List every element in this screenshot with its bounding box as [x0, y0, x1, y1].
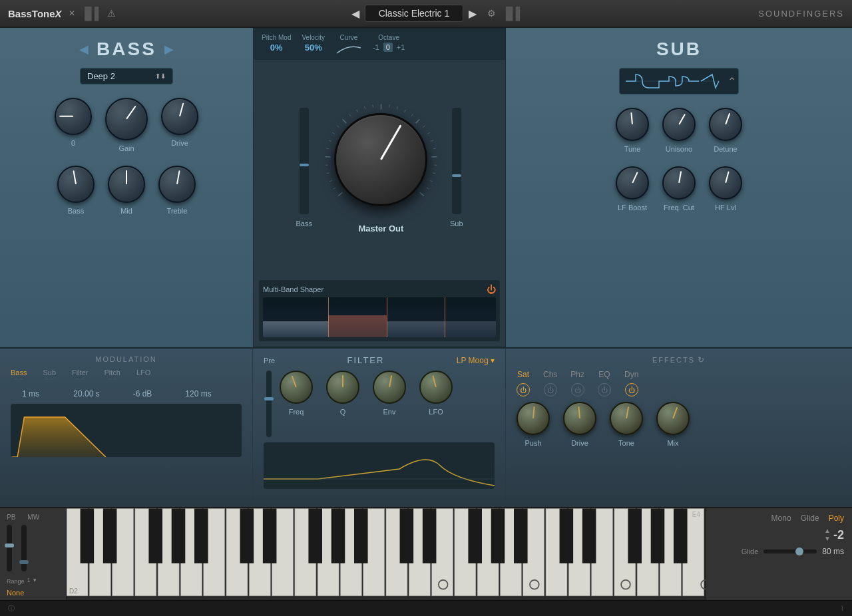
knob-group-detune: Detune [709, 108, 742, 153]
piano-key-black[interactable] [81, 508, 95, 563]
bass-prev-button[interactable]: ◀ [79, 42, 89, 57]
effect-chs-power[interactable]: ⏻ [544, 383, 557, 396]
piano-key-black[interactable] [468, 508, 482, 563]
knob-bass[interactable] [57, 166, 95, 203]
piano-key-black[interactable] [491, 508, 505, 563]
knob-push-label: Push [525, 439, 541, 447]
effect-sat-power[interactable]: ⏻ [517, 383, 530, 396]
knob-drive-fx[interactable] [563, 402, 596, 435]
mono-button[interactable]: Mono [771, 514, 791, 523]
knob-lf-boost-label: LF Boost [618, 204, 647, 212]
piano-key-black[interactable] [400, 508, 414, 563]
mod-val-0: 1 ms [11, 389, 51, 398]
piano-key-black[interactable] [674, 508, 688, 563]
mb-display[interactable] [263, 297, 496, 337]
knob-lf-boost[interactable] [616, 166, 649, 200]
knob-group-unisono: Unisono [662, 108, 696, 153]
effect-phz-power[interactable]: ⏻ [571, 383, 584, 396]
mod-tab-bass[interactable]: Bass ⌒⌒ [11, 369, 27, 385]
knob-zero[interactable] [55, 98, 92, 135]
knob-tune[interactable] [616, 108, 649, 141]
mb-power-button[interactable]: ⏻ [487, 284, 496, 295]
octave-selector[interactable]: -1 0 +1 [373, 43, 405, 52]
knob-treble[interactable] [158, 166, 196, 203]
effects-refresh-button[interactable]: ↻ [698, 355, 706, 365]
knob-lfo-filter[interactable] [419, 371, 453, 404]
envelope-display[interactable] [11, 404, 242, 457]
next-preset-button[interactable]: ▶ [469, 7, 477, 20]
knob-freq-cut[interactable] [662, 166, 696, 200]
mw-slider[interactable] [21, 525, 27, 571]
settings-icon[interactable]: ⚙ [487, 8, 496, 19]
range-dropdown-arrow[interactable]: ▾ [33, 577, 37, 583]
master-knob-container: // Draw tick marks [323, 102, 439, 218]
knob-group-mix-fx: Mix [656, 402, 690, 447]
mod-tab-sub[interactable]: Sub ⌒⌒ [43, 369, 56, 385]
knob-tone-fx[interactable] [610, 402, 643, 435]
bass-preset-dropdown[interactable]: Deep 2 ⬆⬇ [80, 68, 173, 84]
effect-dyn-power[interactable]: ⏻ [625, 383, 638, 396]
sub-fader-label: Sub [450, 220, 463, 228]
knob-freq[interactable] [280, 371, 313, 404]
prev-preset-button[interactable]: ◀ [351, 7, 359, 20]
mono-poly-row: Mono Glide Poly [714, 514, 844, 523]
knob-gain[interactable] [105, 98, 148, 140]
effects-section: EFFECTS ↻ Sat ⏻ Chs ⏻ Phz ⏻ [506, 349, 852, 507]
piano-key-black[interactable] [103, 508, 117, 563]
bass-next-button[interactable]: ▶ [164, 42, 174, 57]
piano-key-black[interactable] [514, 508, 528, 563]
piano-key-black[interactable] [148, 508, 162, 563]
knob-unisono[interactable] [662, 108, 696, 141]
master-out-knob-wrap: // Draw tick marks Master Out [323, 102, 439, 233]
effect-eq-power[interactable]: ⏻ [598, 383, 611, 396]
preset-name: Classic Electric 1 [365, 5, 464, 22]
glide-button[interactable]: Glide [801, 514, 819, 523]
glide-slider[interactable] [763, 549, 817, 553]
mod-tab-pitch[interactable]: Pitch ⌒⌒ [105, 369, 120, 385]
filter-cutoff-slider[interactable] [266, 371, 272, 437]
filter-section: Pre FILTER LP Moog ▾ [253, 349, 506, 507]
master-out-area: Bass // Draw tick marks [254, 60, 505, 275]
piano-key-black[interactable] [423, 508, 437, 563]
mod-tab-filter[interactable]: Filter ⌒⌒ [72, 369, 88, 385]
sub-waveform-display[interactable]: ⌃ [619, 68, 739, 94]
knob-q[interactable] [326, 371, 359, 404]
knob-env[interactable] [373, 371, 406, 404]
piano-key-black[interactable] [172, 508, 186, 563]
piano-svg[interactable] [67, 508, 706, 600]
bass-fader[interactable] [300, 108, 309, 214]
piano-key-black[interactable] [651, 508, 665, 563]
piano-key-black[interactable] [560, 508, 574, 563]
piano-key-black[interactable] [331, 508, 345, 563]
pb-slider[interactable] [7, 525, 12, 571]
filter-type-selector[interactable]: LP Moog ▾ [457, 356, 495, 365]
knob-mix-fx[interactable] [656, 402, 690, 435]
note-start-label: D2 [69, 587, 78, 595]
mod-tab-lfo[interactable]: LFO [136, 369, 150, 385]
knob-hf-lvl[interactable] [709, 166, 742, 200]
knob-drive[interactable] [161, 98, 198, 135]
info-icon[interactable]: ⓘ [8, 604, 15, 613]
knob-mid[interactable] [108, 166, 145, 203]
piano-key-black[interactable] [308, 508, 322, 563]
piano-key-black[interactable] [263, 508, 277, 563]
mod-val-2: -6 dB [122, 389, 162, 398]
poly-button[interactable]: Poly [829, 514, 844, 523]
piano-key-black[interactable] [194, 508, 208, 563]
effects-title: EFFECTS ↻ [517, 355, 841, 365]
knob-push[interactable] [517, 402, 550, 435]
warning-icon: ⚠ [107, 8, 116, 19]
master-out-knob[interactable] [334, 113, 427, 206]
octave-up-button[interactable]: ▲ [824, 527, 831, 535]
piano-key-black[interactable] [628, 508, 642, 563]
octave-down-button[interactable]: ▼ [824, 535, 831, 543]
sub-fader[interactable] [452, 108, 461, 214]
piano-key-black[interactable] [240, 508, 254, 563]
octave-zero[interactable]: 0 [383, 43, 393, 52]
piano-key-black[interactable] [582, 508, 596, 563]
piano-key-black[interactable] [354, 508, 368, 563]
bass-title-row: ◀ BASS ▶ [13, 39, 240, 60]
knob-detune[interactable] [709, 108, 742, 141]
knob-group-lfo: LFO [419, 371, 453, 416]
close-button[interactable]: ✕ [69, 9, 75, 18]
